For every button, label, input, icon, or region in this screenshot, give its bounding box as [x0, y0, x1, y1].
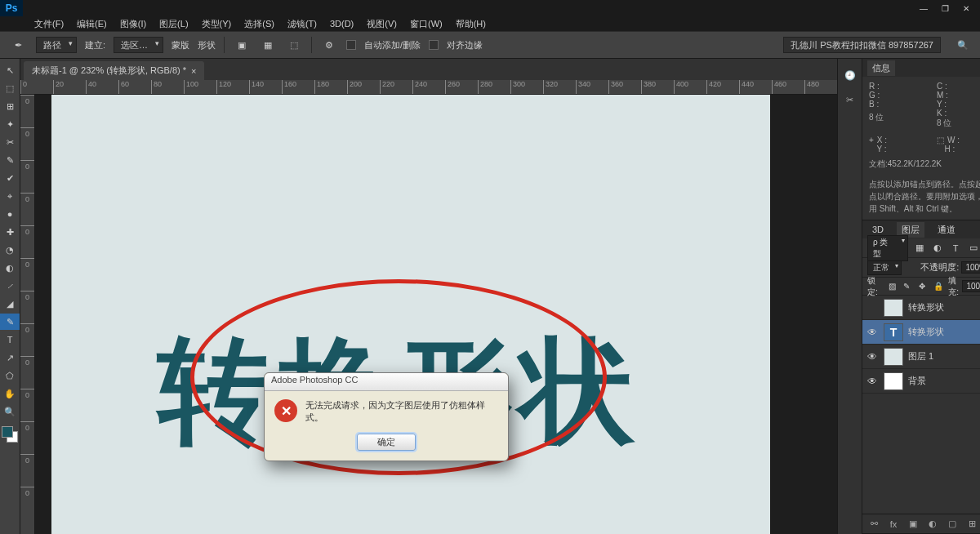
menu-type[interactable]: 类型(Y) — [197, 16, 237, 32]
layer-mask-icon[interactable]: ▣ — [906, 518, 920, 529]
gear-icon[interactable]: ⚙ — [320, 36, 338, 54]
menu-window[interactable]: 窗口(W) — [405, 16, 448, 32]
layer-thumbnail[interactable] — [884, 348, 903, 366]
layer-filter-type[interactable]: ρ 类型 — [867, 235, 908, 261]
filter-adjust-icon[interactable]: ◐ — [931, 243, 944, 253]
layer-row[interactable]: 👁背景🔒 — [862, 369, 980, 394]
layer-row[interactable]: 转换形状 — [862, 296, 980, 320]
fill-value[interactable]: 100% — [962, 280, 980, 292]
foreground-color[interactable] — [2, 426, 13, 438]
lasso-tool[interactable]: ⊞ — [0, 98, 20, 114]
tab-close-icon[interactable]: × — [191, 66, 196, 76]
menu-image[interactable]: 图像(I) — [115, 16, 151, 32]
maximize-button[interactable]: ❐ — [936, 2, 954, 15]
menu-help[interactable]: 帮助(H) — [451, 16, 491, 32]
shape-tool[interactable]: ⬠ — [0, 367, 20, 384]
tab-channels[interactable]: 通道 — [933, 222, 960, 238]
pen-tool-icon[interactable]: ✒ — [8, 35, 28, 55]
layer-name[interactable]: 转换形状 — [908, 326, 980, 338]
search-icon[interactable]: 🔍 — [954, 36, 972, 54]
layer-name[interactable]: 图层 1 — [908, 350, 980, 363]
layer-thumbnail[interactable] — [884, 372, 903, 390]
lock-image-icon[interactable]: ✎ — [903, 282, 913, 291]
shape-button[interactable]: 形状 — [198, 39, 216, 51]
menu-3d[interactable]: 3D(D) — [325, 17, 359, 30]
lock-position-icon[interactable]: ✥ — [919, 282, 929, 291]
hand-tool[interactable]: ✋ — [0, 385, 20, 402]
color-swatch[interactable] — [2, 426, 18, 443]
ruler-tick: 0 — [20, 421, 34, 454]
menu-layer[interactable]: 图层(L) — [154, 16, 193, 32]
visibility-toggle[interactable]: 👁 — [866, 376, 879, 387]
path-select-tool[interactable]: ↗ — [0, 349, 20, 366]
layer-row[interactable]: 👁图层 1 — [862, 345, 980, 369]
menu-edit[interactable]: 编辑(E) — [72, 16, 112, 32]
layer-style-icon[interactable]: fx — [887, 519, 900, 529]
path-mode-dropdown[interactable]: 路径 — [36, 37, 77, 53]
auto-add-checkbox[interactable] — [346, 40, 356, 50]
crop-tool[interactable]: ✂ — [0, 134, 20, 150]
ruler-tick: 200 — [347, 80, 380, 94]
ruler-tick: 240 — [412, 80, 445, 94]
menu-file[interactable]: 文件(F) — [29, 16, 69, 32]
blend-mode-dropdown[interactable]: 正常 — [867, 260, 902, 275]
layer-thumbnail[interactable]: T — [884, 323, 903, 341]
path-combine-icon[interactable]: ▣ — [233, 36, 251, 54]
lock-transparent-icon[interactable]: ▨ — [889, 282, 898, 291]
ruler-tick: 400 — [674, 80, 706, 94]
document-tab[interactable]: 未标题-1 @ 232% (转换形状, RGB/8) * × — [24, 61, 204, 80]
docsize-label: 文档: — [869, 159, 888, 168]
new-layer-icon[interactable]: ⊞ — [965, 518, 978, 529]
filter-shape-icon[interactable]: ▭ — [967, 243, 980, 253]
document-tabs: 未标题-1 @ 232% (转换形状, RGB/8) * × — [20, 59, 837, 80]
move-tool[interactable]: ↖ — [0, 62, 20, 78]
group-icon[interactable]: ▢ — [946, 518, 959, 529]
canvas-viewport[interactable]: 转换形状 Adobe Photoshop CC ✕ 无法完成请求，因为文字图层使… — [35, 95, 837, 534]
path-arrange-icon[interactable]: ⬚ — [285, 36, 303, 54]
healing-tool[interactable]: ✔ — [0, 170, 20, 186]
magic-wand-tool[interactable]: ✦ — [0, 116, 20, 132]
layers-panel: 3D 图层 通道 ρ 类型 ▦ ◐ T ▭ ◫ 正常 — [862, 220, 980, 534]
zoom-tool[interactable]: 🔍 — [0, 403, 20, 420]
menu-view[interactable]: 视图(V) — [362, 16, 402, 32]
dodge-tool[interactable]: ◢ — [0, 296, 20, 312]
close-button[interactable]: ✕ — [957, 2, 975, 15]
opacity-value[interactable]: 100% — [961, 261, 980, 274]
eyedropper-tool[interactable]: ✎ — [0, 152, 20, 168]
layer-name[interactable]: 转换形状 — [908, 301, 980, 314]
snap-edges-checkbox[interactable] — [429, 40, 439, 50]
path-align-icon[interactable]: ▦ — [259, 36, 277, 54]
filter-image-icon[interactable]: ▦ — [913, 243, 926, 253]
make-selection-button[interactable]: 选区… — [114, 37, 163, 53]
dialog-title: Adobe Photoshop CC — [265, 373, 508, 391]
layer-thumbnail[interactable] — [884, 299, 903, 317]
layer-row[interactable]: 👁T转换形状 — [862, 320, 980, 345]
adjustment-layer-icon[interactable]: ◐ — [926, 518, 939, 529]
type-tool[interactable]: T — [0, 332, 20, 348]
mask-button[interactable]: 蒙版 — [172, 39, 189, 51]
eraser-tool[interactable]: ◔ — [0, 242, 20, 258]
menu-filter[interactable]: 滤镜(T) — [283, 16, 322, 32]
visibility-toggle[interactable]: 👁 — [866, 351, 879, 363]
make-label: 建立: — [85, 39, 105, 51]
info-tab[interactable]: 信息 — [867, 60, 895, 76]
filter-type-icon[interactable]: T — [949, 243, 962, 253]
dialog-ok-button[interactable]: 确定 — [357, 434, 416, 451]
minimize-button[interactable]: — — [915, 2, 933, 15]
layer-name[interactable]: 背景 — [908, 375, 980, 387]
marquee-tool[interactable]: ⬚ — [0, 80, 20, 96]
blur-tool[interactable]: ⟋ — [0, 278, 20, 294]
brush-tool[interactable]: ⌖ — [0, 188, 20, 204]
gradient-tool[interactable]: ◐ — [0, 260, 20, 276]
visibility-toggle[interactable]: 👁 — [866, 327, 879, 338]
snap-edges-label: 对齐边缘 — [447, 39, 483, 51]
history-brush-tool[interactable]: ✚ — [0, 224, 20, 240]
lock-all-icon[interactable]: 🔒 — [933, 282, 943, 291]
ruler-tick: 160 — [282, 80, 314, 94]
link-layers-icon[interactable]: ⚯ — [867, 518, 880, 529]
menu-select[interactable]: 选择(S) — [239, 16, 279, 32]
history-panel-icon[interactable]: 🕘 — [842, 67, 858, 83]
stamp-tool[interactable]: ● — [0, 206, 20, 222]
pen-tool[interactable]: ✎ — [0, 314, 20, 330]
properties-panel-icon[interactable]: ✂ — [842, 91, 858, 108]
